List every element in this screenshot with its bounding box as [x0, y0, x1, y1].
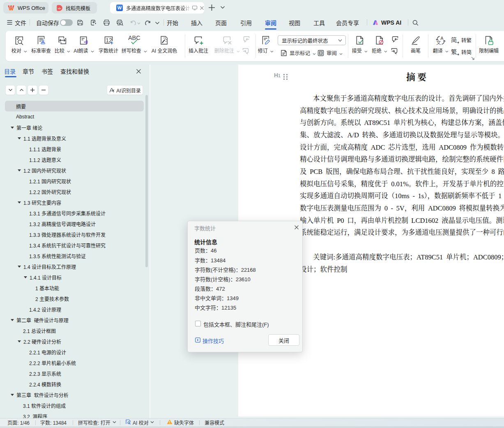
svg-text:A: A — [441, 36, 444, 41]
svg-text:ABC: ABC — [128, 35, 140, 41]
svg-text:12: 12 — [106, 37, 112, 44]
svg-text:繁: 繁 — [451, 48, 457, 56]
svg-text:W: W — [117, 5, 122, 10]
svg-text:文: 文 — [437, 39, 441, 46]
svg-text:简: 简 — [451, 36, 457, 44]
